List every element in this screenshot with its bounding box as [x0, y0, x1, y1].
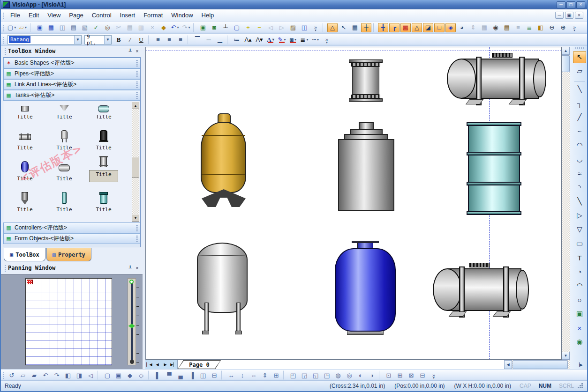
palette-scrollbar[interactable]: ▲ ▼ [132, 102, 139, 222]
spell-check-button[interactable]: ✓ [91, 23, 101, 32]
intersect-button[interactable]: ◑ [367, 370, 377, 380]
horizontal-guide[interactable] [146, 51, 561, 51]
font-combo-dropdown-icon[interactable]: ▼ [74, 36, 81, 44]
close-button[interactable]: × [576, 1, 585, 8]
sep-f2[interactable] [188, 35, 190, 44]
pin-icon[interactable]: ┸ [127, 48, 134, 54]
palette-item-cyan-horizontal-tank[interactable]: Title [84, 101, 123, 121]
bold-button[interactable]: B [113, 35, 124, 44]
section-form-objects[interactable]: ▦ Form Objects-<评估版> [3, 233, 140, 244]
export-button[interactable]: ◫ [57, 23, 68, 32]
eraser-button[interactable]: ◧ [535, 23, 546, 32]
toolbar-overflow-4[interactable]: » [429, 370, 439, 380]
bsep-3[interactable] [221, 370, 224, 380]
shape-horizontal-tank-top[interactable] [447, 53, 546, 105]
ellipse-tool[interactable]: ○ [573, 294, 586, 306]
shape-horizontal-tank-bottom[interactable] [433, 261, 529, 324]
next-button[interactable]: ▷ [277, 23, 287, 32]
zigzag-connector-tool[interactable]: ╱ [573, 111, 586, 123]
section-link-and-lines[interactable]: ▦ Link And Lines-<评估版> [3, 79, 140, 90]
fit-width-button[interactable]: ⊡ [384, 370, 394, 380]
fit-height-button[interactable]: ⊞ [395, 370, 405, 380]
next-page-button[interactable]: ▶ [161, 360, 169, 369]
cut-button[interactable]: ✂ [113, 23, 124, 32]
pie-tool[interactable]: ◔ [573, 266, 586, 278]
center-vertical-button[interactable]: ⊟ [209, 370, 219, 380]
shape-flanged-cylinder-tank[interactable] [351, 59, 381, 102]
prev-button[interactable]: ◁ [265, 23, 276, 32]
shape-dome-top-tank[interactable] [197, 243, 249, 336]
bring-forward-button[interactable]: ◱ [310, 370, 321, 380]
send-backward-button[interactable]: ◳ [322, 370, 332, 380]
bsep-5[interactable] [379, 370, 382, 380]
same-size-button[interactable]: ⊞ [271, 370, 281, 380]
draw-tool-button[interactable]: △ [327, 23, 338, 32]
shape-amber-vertical-tank[interactable] [201, 113, 248, 208]
palette-item-cyan-lid-tank[interactable]: Title [84, 183, 123, 214]
snap-grid-button[interactable]: ╋ [378, 23, 388, 32]
select-tool[interactable]: ↖ [573, 51, 586, 63]
pan-hand-button[interactable]: ◉ [490, 23, 501, 32]
toolbar-grip-2[interactable] [3, 36, 4, 44]
triangle-snap-button[interactable]: △ [412, 23, 422, 32]
zoom-in-button[interactable]: ⊕ [558, 23, 568, 32]
dropdown-arrow-icon[interactable]: ▾ [317, 37, 319, 42]
menu-edit[interactable]: Edit [24, 10, 43, 21]
insert-image-button[interactable]: ▣ [198, 23, 208, 32]
line-style-button[interactable]: ┅▾ [310, 35, 321, 44]
print-preview-button[interactable]: ▧ [80, 23, 90, 32]
minimize-button[interactable]: ─ [557, 1, 565, 8]
palette-scroll-down-icon[interactable]: ▼ [132, 214, 139, 222]
shape-cyan-drum[interactable] [468, 122, 520, 215]
space-down-button[interactable]: ↕ [237, 370, 248, 380]
delete-tool[interactable]: × [573, 322, 586, 334]
new-button[interactable]: ▢▾ [7, 23, 17, 32]
dropdown-arrow-icon[interactable]: ▾ [284, 37, 286, 42]
line-color-button[interactable]: ✎▾ [277, 35, 287, 44]
bsep-2[interactable] [148, 370, 151, 380]
sep-4[interactable] [373, 23, 376, 32]
lock-button[interactable]: ◆ [125, 370, 135, 380]
menu-window[interactable]: Window [167, 10, 197, 21]
dropdown-arrow-icon[interactable]: ▾ [177, 25, 179, 30]
shear-horizontal-button[interactable]: ▱ [18, 370, 28, 380]
underline-button[interactable]: U [136, 35, 146, 44]
dropdown-arrow-icon[interactable]: ▾ [272, 37, 274, 42]
ungroup-button[interactable]: ▣ [113, 370, 124, 380]
italic-button[interactable]: / [125, 35, 135, 44]
guides-toggle-button[interactable]: ┼ [361, 23, 371, 32]
zoom-area-button[interactable]: ◕ [457, 23, 467, 32]
palette-item-funnel-tank[interactable]: Title [45, 101, 84, 121]
print-button[interactable]: ▤ [68, 23, 79, 32]
section-tanks[interactable]: ▦ Tanks-<评估版> [3, 90, 140, 101]
last-page-button[interactable]: ▶▏ [169, 360, 177, 369]
polyline-connector-tool[interactable]: ┐ [573, 97, 586, 109]
sep-3[interactable] [323, 23, 325, 32]
mdi-minimize-button[interactable]: ─ [555, 12, 564, 19]
font-increase-button[interactable]: A▴ [243, 35, 253, 44]
size-combo-dropdown-icon[interactable]: ▼ [104, 36, 111, 44]
curve-connector-tool[interactable]: ◠ [573, 139, 586, 151]
dropdown-arrow-icon[interactable]: ▾ [294, 37, 296, 42]
line-connector-tool[interactable]: ╲ [573, 83, 586, 95]
palette-item-hopper-tank[interactable]: Title [5, 183, 45, 214]
space-across-button[interactable]: ↔ [226, 370, 236, 380]
connect-points-button[interactable]: ◈ [445, 23, 456, 32]
font-family-combo[interactable]: Batang ▼ [8, 35, 82, 44]
rotate-button[interactable]: ↺ [7, 370, 17, 380]
page-tab[interactable]: Page 0 [178, 360, 221, 369]
text-tool[interactable]: T [573, 251, 586, 264]
line-weight-button[interactable]: ≣▾ [299, 35, 309, 44]
polygon-tool[interactable]: ▷ [573, 209, 586, 222]
zoom-out-button[interactable]: ⊖ [547, 23, 557, 32]
shape-stepped-gray-cylinder[interactable] [338, 122, 394, 214]
tools-grip[interactable] [575, 47, 584, 49]
dropdown-arrow-icon[interactable]: ▾ [306, 37, 308, 42]
center-horizontal-button[interactable]: ◫ [198, 370, 208, 380]
horizontal-scroll-thumb[interactable] [513, 360, 568, 369]
same-width-button[interactable]: ⇔ [249, 370, 259, 380]
frame-button[interactable]: □ [434, 23, 445, 32]
flip-vertical-button[interactable]: ◨ [74, 370, 84, 380]
fit-height-button[interactable]: ⇕ [468, 23, 478, 32]
menu-grip[interactable] [3, 12, 4, 19]
